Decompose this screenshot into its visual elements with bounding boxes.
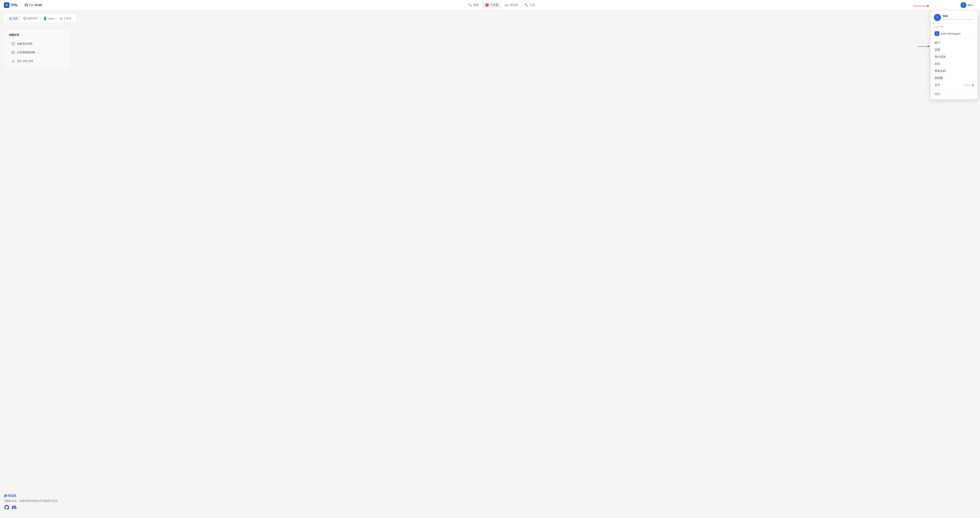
create-app-card: 创建应用 创建空白应用 从应用模版创建 (4, 29, 71, 70)
nav-tools[interactable]: 🔧 工具 (522, 2, 538, 8)
community-description: 与团队成员、贡献者和开发者在不同频道中交流 (4, 499, 57, 503)
workspace-avatar: T (935, 31, 939, 36)
nav-knowledge[interactable]: 📖 知识库 (502, 2, 521, 8)
community-icons (4, 505, 57, 510)
template-icon (11, 51, 15, 54)
dropdown-user-email: ●●●●●●●●●●●●●●●●●●● (943, 18, 974, 21)
nav-center: 🔍 探索 🎒 工作室 📖 知识库 🔧 工具 (44, 2, 959, 8)
user-dropdown-menu: T test ●●●●●●●●●●●●●●●●●●● 工作空间 T test's… (931, 10, 978, 99)
settings-label: 设置 (935, 48, 940, 52)
docs-label: 帮助文档 (935, 69, 946, 73)
divider-2 (931, 89, 977, 90)
import-icon (11, 59, 15, 63)
roadmap-menu-item[interactable]: 路线图 (931, 75, 977, 82)
import-dsl-button[interactable]: 导入 DSL 文件 (9, 57, 66, 65)
nav-explore[interactable]: 🔍 探索 (465, 2, 482, 8)
nav-explore-label: 探索 (473, 3, 479, 7)
feedback-menu-item[interactable]: 用户反馈 (931, 53, 977, 60)
nav-right: T test ▾ (959, 2, 976, 9)
sub-tabs: ⊞ 全部 💬 聊天助手 👤 Agent ⚙ 工作流 (4, 14, 76, 23)
settings-menu-item[interactable]: 设置 (931, 46, 977, 53)
account-menu-item[interactable]: 账户 (931, 39, 977, 46)
tab-chat[interactable]: 💬 聊天助手 (21, 16, 40, 21)
blank-app-icon (11, 42, 15, 46)
docs-menu-item[interactable]: 帮助文档 (931, 68, 977, 75)
dropdown-user-name: test (943, 14, 974, 17)
account-label: 账户 (935, 41, 940, 44)
version-dot-icon (972, 84, 974, 86)
community-title[interactable]: 参与社区 (4, 494, 57, 498)
github-star-button[interactable]: Star 53,169 (22, 3, 44, 8)
top-navigation: Dify. Star 53,169 🔍 探索 🎒 工作室 📖 知识库 🔧 工具 … (0, 0, 980, 10)
about-menu-item[interactable]: 关于 0.12.1 (931, 82, 977, 89)
chat-icon: 💬 (23, 17, 27, 20)
workspace-name: test's Workspace (941, 32, 971, 35)
create-app-title: 创建应用 (9, 33, 66, 37)
create-template-label: 从应用模版创建 (17, 51, 35, 54)
svg-rect-3 (12, 51, 14, 54)
agent-icon: 👤 (43, 17, 47, 20)
user-avatar: T (961, 2, 966, 8)
nav-tools-label: 工具 (530, 3, 535, 7)
nav-workspace-label: 工作室 (490, 3, 498, 7)
version-text: 0.12.1 (964, 84, 971, 87)
tools-icon: 🔧 (524, 3, 528, 7)
workspace-chevron-icon: › (973, 32, 974, 35)
chevron-down-icon: ▾ (973, 4, 975, 6)
logout-menu-item[interactable]: 登出 (931, 91, 977, 98)
import-dsl-label: 导入 DSL 文件 (17, 59, 33, 63)
star-label: Star (29, 4, 33, 6)
star-count: 53,169 (35, 4, 42, 6)
dropdown-user-header: T test ●●●●●●●●●●●●●●●●●●● (931, 12, 977, 24)
workspace-section-label: 工作空间 (931, 24, 977, 30)
tab-agent[interactable]: 👤 Agent (41, 16, 57, 21)
dify-logo-icon (4, 2, 10, 8)
about-label: 关于 (935, 83, 940, 87)
all-icon: ⊞ (10, 17, 12, 20)
feedback-label: 用户反馈 (935, 55, 946, 59)
user-name: test (967, 3, 972, 7)
tab-agent-label: Agent (48, 17, 54, 20)
community-menu-item[interactable]: 社区 (931, 60, 977, 68)
dropdown-user-info: test ●●●●●●●●●●●●●●●●●●● (943, 14, 974, 21)
tab-chat-label: 聊天助手 (28, 17, 38, 20)
create-blank-label: 创建空白应用 (17, 42, 32, 46)
tab-all[interactable]: ⊞ 全部 (7, 16, 20, 21)
community-section: 参与社区 与团队成员、贡献者和开发者在不同频道中交流 (4, 494, 57, 510)
tab-all-label: 全部 (13, 17, 18, 20)
discord-community-icon[interactable] (11, 505, 17, 510)
tab-workflow[interactable]: ⚙ 工作流 (57, 16, 73, 21)
logo-text: Dify. (11, 3, 18, 7)
user-menu-button[interactable]: T test ▾ (959, 2, 976, 9)
page-content: ⊞ 全部 💬 聊天助手 👤 Agent ⚙ 工作流 🏷 全部标签 ▾ 创建应用 (0, 10, 980, 74)
nav-knowledge-label: 知识库 (510, 3, 518, 7)
logo-area[interactable]: Dify. (4, 2, 18, 8)
community-label: 社区 (935, 62, 940, 66)
create-from-template-button[interactable]: 从应用模版创建 (9, 49, 66, 56)
create-blank-app-button[interactable]: 创建空白应用 (9, 40, 66, 48)
github-community-icon[interactable] (4, 505, 10, 510)
workspace-icon: 🎒 (485, 3, 489, 7)
svg-point-1 (6, 5, 7, 6)
tab-workflow-label: 工作流 (64, 17, 71, 20)
about-version-area: 0.12.1 (964, 84, 974, 87)
knowledge-icon: 📖 (505, 3, 509, 7)
dropdown-avatar: T (934, 14, 941, 21)
logout-label: 登出 (935, 92, 940, 96)
workflow-icon: ⚙ (60, 17, 62, 20)
roadmap-label: 路线图 (935, 76, 943, 80)
nav-workspace[interactable]: 🎒 工作室 (482, 2, 501, 8)
github-icon (25, 3, 28, 7)
explore-icon: 🔍 (468, 3, 472, 7)
workspace-item[interactable]: T test's Workspace › (931, 30, 977, 38)
